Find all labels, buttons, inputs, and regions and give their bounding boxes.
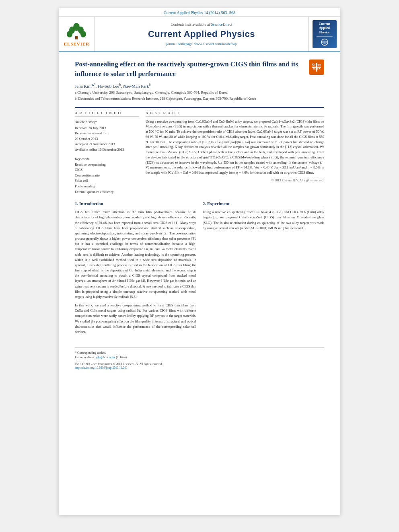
affiliation-a: a Cheongju University, 298 Daesung-ro, S…: [75, 90, 324, 95]
abstract-text: Using a reactive co-sputtering from Cu0.…: [146, 119, 324, 175]
history-accepted: Accepted 29 November 2013: [75, 142, 139, 147]
body-content: 1. Introduction CIGS has drawn much atte…: [75, 201, 324, 338]
journal-header: ELSEVIER Contents lists available at Sci…: [59, 17, 340, 52]
elsevier-tree-icon: [66, 22, 88, 40]
elsevier-label: ELSEVIER: [64, 41, 90, 46]
journal-reference: Current Applied Physics 14 (2014) S63–S6…: [164, 10, 235, 15]
homepage-prefix: journal homepage:: [167, 42, 194, 46]
svg-rect-5: [75, 36, 78, 39]
experiment-para1: Using a reactive co-sputtering from Cu0.…: [203, 210, 324, 231]
email-address[interactable]: jeha@cju.ac.kr: [96, 355, 115, 359]
article-info-label: A R T I C L E I N F O: [75, 111, 139, 117]
logo-line2: Applied: [319, 26, 330, 30]
issn-line: 1567-1739/$ – see front matter © 2013 El…: [75, 362, 324, 366]
journal-header-center: Contents lists available at ScienceDirec…: [95, 17, 308, 51]
footnote-email: E-mail address: jeha@cju.ac.kr (J. Kim).: [75, 355, 324, 359]
sciencedirect-line: Contents lists available at ScienceDirec…: [171, 23, 232, 27]
intro-para2: In this work, we used a reactive co-sput…: [75, 303, 196, 335]
history-revised-date: 20 October 2013: [75, 136, 139, 142]
experiment-heading: 2. Experiment: [203, 201, 324, 207]
content-area: Post-annealing effect on the reactively …: [59, 52, 340, 378]
page: Current Applied Physics 14 (2014) S63–S6…: [59, 8, 340, 515]
elsevier-logo: ELSEVIER: [64, 22, 90, 46]
kw4: Solar cell: [75, 178, 139, 184]
svg-point-3: [67, 31, 72, 37]
logo-line1: Current: [319, 22, 330, 26]
journal-logo-right: Current Applied Physics: [308, 17, 340, 51]
copyright: © 2013 Elsevier B.V. All rights reserved…: [146, 179, 324, 182]
kw2: CIGS: [75, 167, 139, 173]
article-title-text: Post-annealing effect on the reactively …: [75, 60, 298, 78]
journal-title: Current Applied Physics: [148, 29, 255, 39]
kw6: External quantum efficiency: [75, 189, 139, 195]
footnote-star: * Corresponding author.: [75, 351, 324, 355]
abstract-label: A B S T R A C T: [146, 111, 324, 117]
email-label: E-mail address:: [75, 355, 95, 359]
kw3: Composition ratio: [75, 173, 139, 179]
email-suffix: (J. Kim).: [116, 355, 128, 359]
history-received: Received 28 July 2013: [75, 125, 139, 131]
sciencedirect-link[interactable]: ScienceDirect: [211, 23, 232, 27]
page-footer: * Corresponding author. E-mail address: …: [75, 347, 324, 370]
doi-line[interactable]: http://dx.doi.org/10.1016/j.cap.2013.11.…: [75, 366, 324, 370]
intro-heading: 1. Introduction: [75, 201, 196, 207]
contents-label: Contents lists available at: [171, 23, 210, 27]
journal-logo-box: Current Applied Physics: [313, 20, 337, 48]
logo-line3: Physics: [319, 31, 329, 35]
article-info-col: A R T I C L E I N F O Article history: R…: [75, 111, 139, 195]
kw1: Reactive co-sputtering: [75, 162, 139, 168]
abstract-col: A B S T R A C T Using a reactive co-sput…: [146, 111, 324, 195]
affiliation-b: b Electronics and Telecommunications Res…: [75, 97, 324, 101]
experiment-col: 2. Experiment Using a reactive co-sputte…: [203, 201, 324, 338]
logo-graphic-icon: [317, 38, 332, 46]
journal-ref-bar: Current Applied Physics 14 (2014) S63–S6…: [59, 8, 340, 17]
history-revised-label: Received in revised form: [75, 131, 139, 136]
homepage-url[interactable]: www.elsevier.com/locate/cap: [194, 42, 237, 46]
elsevier-logo-area: ELSEVIER: [59, 17, 95, 51]
history-available: Available online 10 December 2013: [75, 147, 139, 153]
svg-point-4: [80, 31, 86, 37]
article-title-area: Post-annealing effect on the reactively …: [75, 60, 324, 79]
intro-col: 1. Introduction CIGS has drawn much atte…: [75, 201, 196, 338]
crossmark-icon: Cross Mark: [309, 60, 324, 75]
authors-line: Jeha Kima,*, Ho-Sub Leeb, Nae-Man Parkb: [75, 83, 324, 88]
intro-para1: CIGS has drawn much attention in the thi…: [75, 210, 196, 300]
keywords-label: Keywords:: [75, 157, 139, 161]
journal-homepage: journal homepage: www.elsevier.com/locat…: [167, 42, 237, 46]
history-label: Article history:: [75, 120, 139, 124]
kw5: Post-annealing: [75, 184, 139, 189]
article-info-abstract: A R T I C L E I N F O Article history: R…: [75, 107, 324, 195]
